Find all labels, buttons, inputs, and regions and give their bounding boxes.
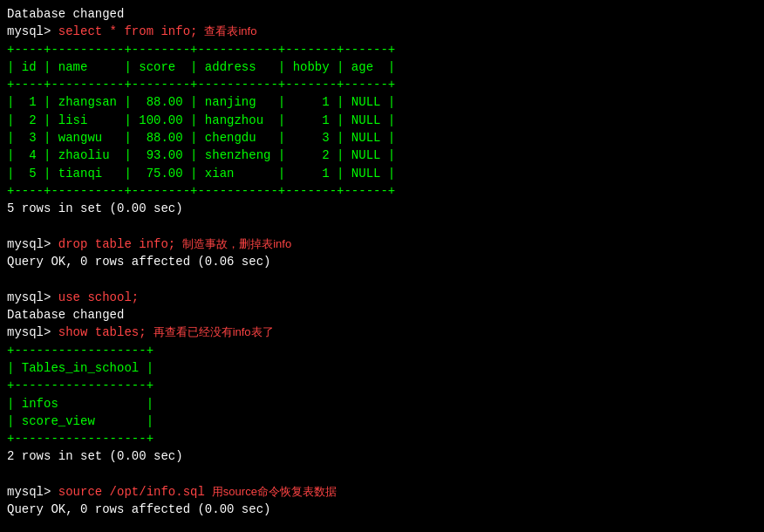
prompt-1: mysql> [7,23,58,40]
terminal-window: Database changed mysql> select * from in… [0,0,764,532]
line-query-ok-1: Query OK, 0 rows affected (0.06 sec) [7,253,757,270]
cmd-show: show tables; [58,324,147,341]
table-border-bottom: +----+----------+--------+-----------+--… [7,182,757,200]
line-db-changed-2: Database changed [7,306,757,324]
cmd-drop: drop table info; [58,235,175,253]
prompt-3: mysql> [7,289,58,306]
line-query-ok-2: Query OK, 0 rows affected (0.00 sec) [7,501,757,518]
tables-row-2: | score_view | [7,413,757,430]
line-source: mysql> source /opt/info.sql用source命令恢复表数… [7,483,757,501]
table-row-4: | 4 | zhaoliu | 93.00 | shenzheng | 2 | … [7,147,757,164]
line-2rows: 2 rows in set (0.00 sec) [7,447,757,465]
line-db-changed-1: Database changed [7,5,757,23]
annotation-select: 查看表info [204,24,256,40]
prompt-4: mysql> [7,324,58,341]
annotation-source: 用source命令恢复表数据 [212,484,337,501]
line-5rows: 5 rows in set (0.00 sec) [7,200,757,217]
empty-4 [7,519,757,532]
line-select-info: mysql> select * from info;查看表info [7,23,757,40]
tables-border-header: +------------------+ [7,377,757,394]
empty-1 [7,218,757,235]
table-row-2: | 2 | lisi | 100.00 | hangzhou | 1 | NUL… [7,112,757,129]
table-border-header: +----+----------+--------+-----------+--… [7,76,757,93]
cmd-source: source /opt/info.sql [58,483,205,501]
line-show-tables: mysql> show tables;再查看已经没有info表了 [7,324,757,341]
tables-row-1: | infos | [7,395,757,413]
tables-border-bottom: +------------------+ [7,430,757,447]
table-border-top: +----+----------+--------+-----------+--… [7,41,757,58]
tables-border-top: +------------------+ [7,342,757,359]
prompt-2: mysql> [7,235,58,253]
prompt-5: mysql> [7,483,58,501]
cmd-use: use school; [58,289,139,306]
annotation-show: 再查看已经没有info表了 [153,324,274,341]
table-row-5: | 5 | tianqi | 75.00 | xian | 1 | NULL | [7,165,757,182]
empty-3 [7,466,757,483]
table-header: | id | name | score | address | hobby | … [7,58,757,76]
table-row-1: | 1 | zhangsan | 88.00 | nanjing | 1 | N… [7,93,757,111]
annotation-drop: 制造事故，删掉表info [182,236,291,253]
empty-2 [7,270,757,288]
table-row-3: | 3 | wangwu | 88.00 | chengdu | 3 | NUL… [7,129,757,147]
line-drop-table: mysql> drop table info;制造事故，删掉表info [7,235,757,253]
line-use-school: mysql> use school; [7,289,757,306]
cmd-select: select * from info; [58,23,198,40]
tables-header: | Tables_in_school | [7,359,757,377]
